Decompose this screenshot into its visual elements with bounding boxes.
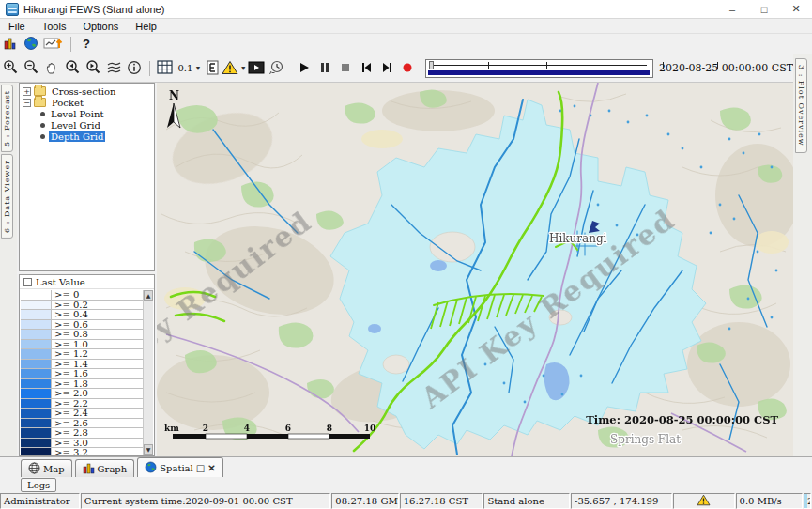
svg-text:8: 8 [327,424,332,433]
legend-label: >= 2.0 [52,389,143,399]
contour-value: 0.1 [177,63,192,73]
zoom-previous-icon [65,59,81,77]
stop-button[interactable] [336,59,355,78]
tree-item-label: Level Point [49,109,106,119]
zoom-in-button[interactable] [1,59,20,78]
menu-help[interactable]: Help [127,21,165,32]
pan-button[interactable] [42,59,61,78]
minimize-button[interactable]: – [716,0,748,18]
layer-tree: + Cross-section − Pocket Level Point Lev… [19,83,155,271]
skip-forward-icon [381,62,393,75]
zoom-out-button[interactable] [22,59,40,78]
last-value-checkbox[interactable] [23,278,32,286]
town-label: Hikurangi [549,232,607,245]
tab-map[interactable]: Map [21,459,72,477]
map-viewport[interactable]: API Key Required API Key Required Hikura… [157,83,793,456]
map-canvas: API Key Required API Key Required Hikura… [157,83,793,456]
tab-close-icon[interactable]: ✕ [207,463,215,473]
help-button[interactable]: ? [77,35,96,54]
tree-item-depth-grid[interactable]: Depth Grid [20,131,154,142]
bar-chart-icon [83,462,95,476]
layers-button[interactable] [104,59,123,78]
status-memory: 2.5 GB [804,493,811,509]
scroll-down-icon[interactable]: ▼ [144,444,153,455]
memory-label: 2.5 GB [807,496,811,506]
bullet-icon [40,112,45,116]
legend-row: >= 0 [21,290,143,301]
timeline-tick [546,62,547,69]
globe-wire-icon [28,462,40,476]
timeline-handle[interactable] [429,61,434,69]
maximize-button[interactable]: □ [748,0,780,18]
status-mode: Stand alone [483,493,570,509]
grid-icon [157,60,173,76]
legend-scrollbar[interactable]: ▲ ▼ [143,290,153,455]
timeline-tick [663,62,664,69]
tab-plot-overview[interactable]: 3 : Plot Overview [795,58,807,153]
timeline-axis [431,65,647,66]
collapse-icon[interactable]: − [23,99,31,107]
scroll-up-icon[interactable]: ▲ [144,290,153,301]
menu-options[interactable]: Options [74,21,127,32]
tree-item-label-selected: Depth Grid [49,131,105,142]
zoom-in-icon [3,59,19,77]
close-button[interactable]: ✕ [780,0,812,18]
menu-file[interactable]: File [0,21,34,32]
step-forward-button[interactable] [377,59,396,78]
zoom-previous-button[interactable] [63,59,82,78]
color-swatch [21,419,52,429]
expand-icon[interactable]: + [23,87,31,96]
contour-threshold-dropdown[interactable]: 0.1 ▼ [176,59,201,78]
status-local-time: 16:27:18 CST [400,493,483,509]
svg-text:km: km [164,424,179,433]
tab-forecast[interactable]: 5 : Forecast [1,85,13,152]
legend-row: >= 2.4 [21,409,143,419]
warnings-dropdown[interactable]: ▼ [223,59,245,78]
legend-label: >= 1.2 [52,349,143,360]
tree-item-level-grid[interactable]: Level Grid [20,119,154,131]
record-icon [402,62,413,75]
color-swatch [21,360,52,370]
skip-back-icon [360,62,373,75]
tab-data-viewer[interactable]: 6 : Data Viewer [1,154,13,239]
tab-graph[interactable]: Graph [75,459,135,477]
timeseries-display-button[interactable] [42,35,65,54]
logs-button[interactable]: Logs [21,478,56,492]
pause-button[interactable] [315,59,334,78]
zoom-out-icon [23,59,39,77]
legend-toggle-button[interactable] [203,59,222,78]
legend-row: >= 2.0 [21,389,143,399]
legend-label: >= 2.8 [52,428,143,439]
tab-spatial[interactable]: Spatial □ ✕ [137,457,222,477]
play-button[interactable] [295,59,314,78]
app-logo-icon [6,3,19,16]
spatial-display-button[interactable] [22,35,40,54]
svg-text:N: N [169,89,179,102]
info-button[interactable] [125,59,144,78]
record-button[interactable] [398,59,417,78]
color-swatch [21,301,52,311]
legend-label: >= 0.4 [52,310,143,320]
database-display-button[interactable] [1,35,20,54]
tab-maximize-icon[interactable]: □ [196,463,205,473]
grid-display-button[interactable] [156,59,175,78]
map-time-label: Time: 2020-08-25 00:00:00 CST [586,413,778,426]
step-back-button[interactable] [357,59,375,78]
status-warning-cell[interactable] [673,493,735,509]
time-slider[interactable] [425,59,653,78]
time-settings-button[interactable] [268,59,286,78]
legend-row: >= 0.4 [21,310,143,320]
animation-display-button[interactable] [247,59,266,78]
menu-tools[interactable]: Tools [34,21,75,32]
zoom-next-button[interactable] [84,59,102,78]
tree-item-pocket[interactable]: − Pocket [20,97,154,108]
color-swatch [21,320,52,331]
timeline-tick [717,62,718,69]
toolbar-separator [70,37,71,52]
status-download-rate: 0.0 MB/s [736,493,803,509]
status-system-time: Current system time:2020-09-01 00:00 CST [81,493,330,509]
window-title: Hikurangi FEWS (Stand alone) [23,4,164,15]
legend-table: >= 0 >= 0.2 >= 0.4 >= 0.6 >= 0.8 >= 1.0 … [21,290,143,455]
tree-item-level-point[interactable]: Level Point [20,108,154,119]
color-swatch [21,439,52,449]
